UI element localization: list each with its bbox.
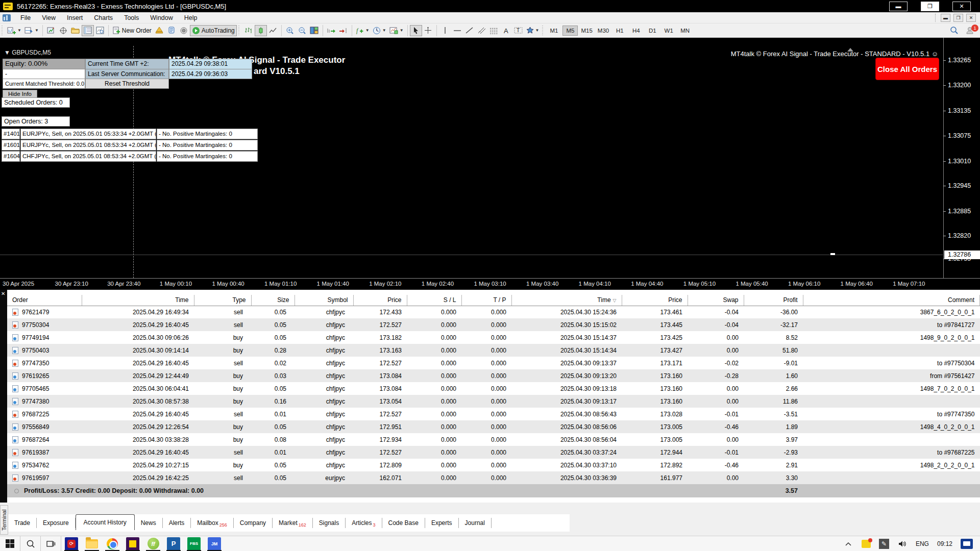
community-button[interactable]: 1	[966, 26, 975, 35]
task-view-button[interactable]	[41, 536, 61, 551]
history-col-header[interactable]: Type	[194, 295, 251, 306]
vertical-line-button[interactable]	[439, 25, 451, 36]
tray-mt4-icon[interactable]	[862, 540, 871, 548]
history-row[interactable]: 975568492025.04.29 12:26:54buy0.05chfjpy…	[7, 420, 980, 433]
history-row[interactable]: 976195972025.04.29 16:42:25sell0.05eurjp…	[7, 471, 980, 484]
hide-info-button[interactable]: Hide Info	[3, 90, 37, 98]
history-row[interactable]: 976872252025.04.29 16:40:45sell0.01chfjp…	[7, 408, 980, 420]
tab-alerts[interactable]: Alerts	[163, 518, 191, 528]
reset-threshold-button[interactable]: Reset Threshold	[85, 79, 169, 89]
tab-company[interactable]: Company	[234, 518, 273, 528]
speaker-icon[interactable]	[897, 539, 908, 549]
language-indicator[interactable]: ENG	[916, 540, 929, 547]
tab-experts[interactable]: Experts	[425, 518, 459, 528]
history-col-header[interactable]: Time	[82, 295, 194, 306]
tab-journal[interactable]: Journal	[459, 518, 492, 528]
close-all-orders-button[interactable]: Close All Orders	[875, 58, 939, 80]
history-col-header[interactable]: Symbol	[295, 295, 353, 306]
indicators-button[interactable]: f ▼	[354, 25, 371, 36]
scripts-button[interactable]	[165, 25, 178, 36]
restore-button[interactable]: ❐	[921, 2, 939, 11]
taskbar-app-explorer[interactable]	[82, 536, 102, 551]
history-row[interactable]: 975347622025.04.29 10:27:15buy0.05chfjpy…	[7, 459, 980, 471]
timeframe-d1[interactable]: D1	[645, 26, 660, 36]
navigator-button[interactable]	[69, 25, 82, 36]
tab-mailbox[interactable]: Mailbox256	[191, 518, 233, 528]
expert-advisors-button[interactable]	[153, 25, 165, 36]
history-col-header[interactable]: Swap	[688, 295, 744, 306]
start-button[interactable]	[0, 536, 20, 551]
text-label-button[interactable]: T	[512, 25, 525, 36]
pen-icon[interactable]: ✎	[879, 539, 889, 549]
strategy-tester-button[interactable]	[94, 25, 106, 36]
tab-exposure[interactable]: Exposure	[37, 518, 76, 528]
timeframe-mn[interactable]: MN	[677, 26, 693, 36]
time-scale[interactable]: 30 Apr 202530 Apr 23:1030 Apr 23:401 May…	[0, 278, 980, 290]
cursor-button[interactable]	[410, 25, 422, 36]
fibonacci-button[interactable]	[488, 25, 500, 36]
history-col-header[interactable]: Profit	[744, 295, 803, 306]
timeframe-m15[interactable]: M15	[579, 26, 594, 36]
history-row[interactable]: 977503042025.04.29 16:40:45sell0.05chfjp…	[7, 318, 980, 331]
menu-window[interactable]: Window	[144, 12, 178, 23]
horizontal-line-button[interactable]	[451, 25, 463, 36]
history-row[interactable]: 977504032025.04.30 09:14:14buy0.28chfjpy…	[7, 344, 980, 357]
taskbar-app-fbs[interactable]: FBS	[184, 536, 204, 551]
profiles-button[interactable]: ▼	[23, 25, 40, 36]
chart-symbol-label[interactable]: ▼ GBPUSDc,M5	[4, 49, 51, 56]
menu-view[interactable]: View	[36, 12, 61, 23]
child-close-button[interactable]: ✕	[966, 14, 976, 22]
timeframe-h4[interactable]: H4	[628, 26, 644, 36]
taskbar-app-recorder[interactable]: ⟳	[61, 536, 82, 551]
candlestick-chart-button[interactable]	[255, 25, 267, 36]
menu-file[interactable]: File	[15, 12, 36, 23]
history-col-header[interactable]: Order	[7, 295, 82, 306]
menu-insert[interactable]: Insert	[61, 12, 88, 23]
history-row[interactable]: 976193872025.04.29 16:40:45sell0.01chfjp…	[7, 446, 980, 459]
timeframe-h1[interactable]: H1	[612, 26, 627, 36]
taskbar-app-chrome[interactable]	[102, 536, 122, 551]
timeframe-w1[interactable]: W1	[661, 26, 676, 36]
price-scale[interactable]: 1.332651.332001.331351.330751.330101.329…	[943, 38, 980, 278]
history-row[interactable]: 977054652025.04.30 06:04:41buy0.05chfjpy…	[7, 382, 980, 395]
history-row[interactable]: 977473802025.04.30 08:57:38buy0.16chfjpy…	[7, 395, 980, 408]
child-restore-button[interactable]: ❐	[953, 14, 963, 22]
tray-expand-button[interactable]	[843, 539, 853, 549]
new-chart-button[interactable]: ▼	[6, 25, 23, 36]
child-minimize-button[interactable]: ▬	[941, 14, 950, 22]
history-row[interactable]: 976214792025.04.29 16:49:34sell0.05chfjp…	[7, 306, 980, 318]
new-order-button[interactable]: New Order	[111, 25, 153, 36]
search-icon[interactable]	[950, 26, 959, 35]
tile-windows-button[interactable]	[308, 25, 321, 36]
taskbar-app-purple[interactable]	[122, 536, 143, 551]
periods-button[interactable]: ▼	[371, 25, 388, 36]
chart-area[interactable]: ▼ GBPUSDc,M5 MT4talk © Forex AI Signal -…	[0, 38, 980, 290]
chart-shift-button[interactable]	[337, 25, 350, 36]
tab-account-history[interactable]: Account History	[76, 514, 135, 530]
tab-articles[interactable]: Articles3	[346, 518, 382, 528]
autotrading-button[interactable]: AutoTrading	[190, 25, 237, 36]
history-row[interactable]: 977473502025.04.29 16:40:45sell0.02chfjp…	[7, 357, 980, 369]
menu-tools[interactable]: Tools	[118, 12, 144, 23]
record-button[interactable]	[178, 25, 190, 36]
bar-chart-button[interactable]	[242, 25, 255, 36]
history-col-header[interactable]: T / P	[461, 295, 511, 306]
tab-market[interactable]: Market162	[273, 518, 313, 528]
action-center-icon[interactable]	[961, 539, 973, 549]
zoom-in-button[interactable]	[284, 25, 296, 36]
taskbar-app-ff[interactable]: ff	[143, 536, 163, 551]
timeframe-m5[interactable]: M5	[562, 26, 578, 36]
tab-trade[interactable]: Trade	[8, 518, 37, 528]
history-row[interactable]: 977491942025.04.30 09:06:26buy0.05chfjpy…	[7, 331, 980, 344]
history-col-header[interactable]: Comment	[803, 295, 980, 306]
history-row[interactable]: 976192652025.04.29 12:44:49buy0.03chfjpy…	[7, 369, 980, 382]
minimize-button[interactable]: ▬	[889, 2, 908, 11]
market-watch-button[interactable]	[45, 25, 57, 36]
zoom-out-button[interactable]	[296, 25, 308, 36]
terminal-close-icon[interactable]: ✕	[1, 291, 5, 296]
tab-news[interactable]: News	[135, 518, 163, 528]
menu-help[interactable]: Help	[179, 12, 203, 23]
terminal-vertical-tab[interactable]: Terminal	[0, 505, 8, 535]
menu-charts[interactable]: Charts	[88, 12, 118, 23]
templates-button[interactable]: ▼	[388, 25, 405, 36]
